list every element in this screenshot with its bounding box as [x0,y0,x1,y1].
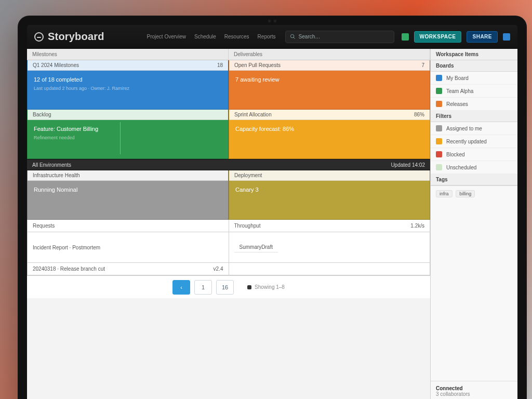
app-window: Storyboard Project Overview Schedule Res… [27,25,517,399]
swatch-icon [436,151,442,157]
swatch-icon [436,164,442,170]
card-line: Capacity forecast: 86% [235,126,294,132]
footer-version: v2.4 [214,266,223,272]
footer-text: 20240318 · Release branch cut [33,266,105,272]
sidebar-item[interactable]: My Board [431,72,517,85]
sidebar-item[interactable]: Team Alpha [431,85,517,98]
divider-line [120,122,121,154]
column-header-right[interactable]: Deliverables [229,49,430,60]
card-line: 7 awaiting review [235,76,279,83]
card-deploy[interactable]: Deployment Canary 3 [229,170,430,220]
sidebar-item-label: Assigned to me [446,126,482,131]
card-head-meta: 18 [217,62,223,68]
footer-row: 20240318 · Release branch cutv2.4 [27,263,430,275]
sidebar-item-label: My Board [446,75,469,81]
share-button[interactable]: SHARE [467,31,498,43]
swatch-icon [436,88,442,94]
card-pull-requests[interactable]: Open Pull Requests7 7 awaiting review [229,60,430,110]
card-summary[interactable]: SummaryDraft [229,232,431,263]
topbar-actions: WORKSPACE SHARE [402,31,510,43]
card-row: Q1 2024 Milestones18 12 of 18 completed … [27,60,430,110]
card-head: Open Pull Requests [234,62,281,68]
thin-label: Incident Report · Postmortem [33,245,100,250]
card-head: Summary [240,244,262,250]
pager-prev-button[interactable]: ‹ [172,280,190,295]
pager-total-button[interactable]: 16 [216,280,234,295]
thin-label: Requests [33,223,55,229]
thin-cell[interactable]: Requests [27,220,229,232]
card-head: Sprint Allocation [234,112,272,117]
status-label: Connected [436,385,512,391]
sidebar-item[interactable]: Recently updated [431,135,517,148]
sidebar-item[interactable]: Assigned to me [431,122,517,135]
sidebar-item-label: Releases [446,101,468,107]
card-head: Infrastructure Health [33,172,80,178]
sidebar: Workspace Items Boards My Board Team Alp… [430,49,517,399]
sidebar-title: Workspace Items [431,49,517,60]
thin-value: 1.2k/s [410,223,424,229]
card-line: Running Nominal [34,187,77,193]
workspace-button[interactable]: WORKSPACE [414,31,462,43]
sidebar-item-label: Unscheduled [446,165,476,170]
card-line: Refinement needed [34,135,222,141]
card-backlog[interactable]: Backlog Feature: Customer Billing Refine… [27,110,229,159]
pager: ‹ 1 16 Showing 1–8 [27,275,430,298]
thin-cell[interactable]: Throughput1.2k/s [229,220,431,232]
tag[interactable]: billing [456,190,475,197]
card-head: Backlog [33,112,51,117]
column-headers: Milestones Deliverables [27,49,430,60]
presence-icon [402,33,409,41]
thin-cell[interactable]: Incident Report · Postmortem [27,232,229,263]
sidebar-item-label: Blocked [446,152,465,157]
strip-right: Updated 14:02 [391,162,425,168]
sidebar-item[interactable]: Blocked [431,148,517,161]
camera-notch [259,19,285,22]
card-line: 12 of 18 completed [34,76,222,84]
nav-item[interactable]: Project Overview [147,34,187,39]
column-header-left[interactable]: Milestones [27,49,229,60]
section-strip: All Environments Updated 14:02 [27,159,430,170]
card-milestones[interactable]: Q1 2024 Milestones18 12 of 18 completed … [27,60,229,110]
topbar: Storyboard Project Overview Schedule Res… [27,25,517,49]
sidebar-group-title: Tags [431,174,517,185]
search-input[interactable]: Search… [285,31,394,43]
card-line: Feature: Customer Billing [34,125,222,134]
pager-meta-text: Showing 1–8 [255,284,285,290]
account-icon[interactable] [503,33,510,41]
brand-icon [34,32,44,42]
tag[interactable]: infra [436,190,453,197]
pager-page-button[interactable]: 1 [194,280,212,295]
card-head: Deployment [234,172,262,178]
brand[interactable]: Storyboard [34,31,104,43]
sidebar-status: Connected 3 collaborators [431,381,517,399]
app-title: Storyboard [48,31,104,43]
footer-cell [229,263,431,275]
card-row: Backlog Feature: Customer Billing Refine… [27,110,430,159]
dot-icon [247,285,251,289]
nav-item[interactable]: Schedule [194,34,216,39]
card-head-meta: 86% [414,112,424,117]
svg-line-1 [293,37,295,39]
thin-row: Requests Throughput1.2k/s [27,220,430,232]
svg-point-0 [290,34,294,37]
sidebar-item[interactable]: Releases [431,98,517,111]
card-head: Q1 2024 Milestones [33,62,79,68]
status-detail: 3 collaborators [436,391,512,397]
sidebar-item-label: Recently updated [446,139,487,144]
sidebar-item[interactable]: Unscheduled [431,161,517,174]
card-head-meta: Draft [261,244,273,250]
card-sprint[interactable]: Sprint Allocation86% Capacity forecast: … [229,110,430,159]
nav-item[interactable]: Resources [224,34,249,39]
card-row: Infrastructure Health Running Nominal De… [27,170,430,220]
thin-label: Throughput [234,223,261,229]
swatch-icon [436,101,442,107]
app-body: Milestones Deliverables Q1 2024 Mileston… [27,49,517,399]
sidebar-group-title: Filters [431,111,517,122]
nav-item[interactable]: Reports [258,34,276,39]
top-nav: Project Overview Schedule Resources Repo… [147,34,276,39]
swatch-icon [436,75,442,81]
card-infra[interactable]: Infrastructure Health Running Nominal [27,170,229,220]
swatch-icon [436,125,442,131]
card-head-meta: 7 [421,62,424,68]
search-icon [290,34,296,39]
